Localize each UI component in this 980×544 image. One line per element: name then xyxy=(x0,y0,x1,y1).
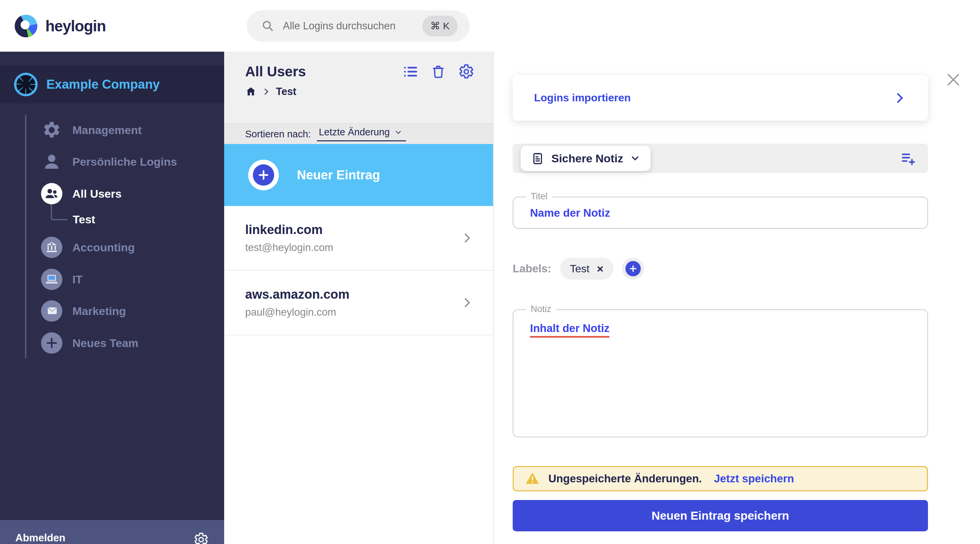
unsaved-changes-text: Ungespeicherte Änderungen. xyxy=(548,472,702,485)
labels-label: Labels: xyxy=(513,262,551,275)
topbar: heylogin Alle Logins durchsuchen ⌘ K xyxy=(0,0,980,52)
sort-dropdown[interactable]: Letzte Änderung xyxy=(317,127,406,141)
trash-icon[interactable] xyxy=(430,63,446,80)
company-switcher[interactable]: Example Company xyxy=(0,66,224,103)
laptop-icon xyxy=(41,269,62,290)
login-username: test@heylogin.com xyxy=(245,242,333,254)
chevron-down-icon xyxy=(630,153,640,164)
sort-value: Letzte Änderung xyxy=(319,127,390,138)
sidebar-item-label: Accounting xyxy=(72,241,135,254)
sort-label: Sortieren nach: xyxy=(245,128,311,140)
add-entry-button[interactable] xyxy=(248,160,279,190)
company-avatar xyxy=(14,73,38,96)
sidebar-item-label: Management xyxy=(72,124,142,137)
sidebar-footer: Abmelden xyxy=(0,520,224,544)
remove-label-icon[interactable]: × xyxy=(597,263,603,274)
login-list-item[interactable]: aws.amazon.com paul@heylogin.com xyxy=(224,271,493,335)
import-logins-label: Logins importieren xyxy=(534,92,631,104)
close-icon[interactable] xyxy=(945,71,962,88)
gear-icon xyxy=(41,119,62,141)
sidebar-item-label: Marketing xyxy=(72,305,126,318)
sidebar-item-it[interactable]: IT xyxy=(0,263,224,295)
note-field-legend: Notiz xyxy=(526,304,556,314)
login-username: paul@heylogin.com xyxy=(245,306,350,318)
title-field[interactable]: Titel Name der Notiz xyxy=(513,197,928,229)
note-field[interactable]: Notiz Inhalt der Notiz xyxy=(513,309,928,437)
title-field-legend: Titel xyxy=(526,191,552,201)
sidebar: Example Company Management Persönliche L… xyxy=(0,52,224,544)
company-name: Example Company xyxy=(46,77,160,92)
labels-row: Labels: Test × xyxy=(513,258,644,280)
sort-bar: Sortieren nach: Letzte Änderung xyxy=(224,123,493,144)
label-chip-text: Test xyxy=(570,263,590,275)
settings-gear-icon[interactable] xyxy=(458,63,474,80)
envelope-icon xyxy=(41,300,62,322)
note-field-value[interactable]: Inhalt der Notiz xyxy=(530,322,609,338)
heylogin-app: heylogin Alle Logins durchsuchen ⌘ K Exa… xyxy=(0,0,980,544)
breadcrumb-current[interactable]: Test xyxy=(276,86,296,98)
search-input[interactable]: Alle Logins durchsuchen ⌘ K xyxy=(247,10,470,42)
search-icon xyxy=(261,20,274,32)
settings-gear-icon[interactable] xyxy=(194,532,209,544)
login-list-item[interactable]: linkedin.com test@heylogin.com xyxy=(224,206,493,271)
sidebar-item-personal-logins[interactable]: Persönliche Logins xyxy=(0,146,224,178)
login-title: aws.amazon.com xyxy=(245,287,350,302)
sidebar-item-marketing[interactable]: Marketing xyxy=(0,295,224,327)
warning-icon xyxy=(525,471,540,486)
login-title: linkedin.com xyxy=(245,223,333,237)
entry-type-value: Sichere Notiz xyxy=(551,152,623,165)
keyboard-shortcut-badge: ⌘ K xyxy=(422,16,458,36)
save-entry-button[interactable]: Neuen Eintrag speichern xyxy=(513,500,928,531)
sidebar-item-test[interactable]: Test xyxy=(0,206,224,233)
breadcrumb: Test xyxy=(245,86,493,98)
people-icon xyxy=(41,183,62,205)
sidebar-item-label: Neues Team xyxy=(72,337,138,350)
sidebar-item-new-team[interactable]: Neues Team xyxy=(0,327,224,359)
heylogin-logo-icon xyxy=(15,15,37,37)
new-entry-row[interactable]: Neuer Eintrag xyxy=(224,144,493,206)
sidebar-item-management[interactable]: Management xyxy=(0,114,224,146)
logo-text: heylogin xyxy=(45,17,106,35)
chevron-right-icon xyxy=(262,87,270,96)
list-panel: All Users Test Sortieren nach: Letzte Än… xyxy=(224,52,494,544)
chevron-right-icon xyxy=(460,296,474,309)
page-title: All Users xyxy=(245,63,306,80)
unsaved-changes-banner: Ungespeicherte Änderungen. Jetzt speiche… xyxy=(513,466,928,491)
chevron-right-icon xyxy=(460,232,474,245)
playlist-add-icon[interactable] xyxy=(900,150,916,167)
sidebar-item-label: Persönliche Logins xyxy=(72,155,177,168)
plus-icon xyxy=(253,164,274,186)
sidebar-item-label: All Users xyxy=(72,187,121,200)
secure-note-icon xyxy=(531,151,545,165)
bank-icon xyxy=(41,237,62,258)
brand: heylogin xyxy=(15,15,215,37)
sidebar-item-accounting[interactable]: Accounting xyxy=(0,232,224,263)
import-logins-card[interactable]: Logins importieren xyxy=(513,75,928,121)
detail-panel: Logins importieren Sichere Notiz Titel N… xyxy=(494,52,980,544)
home-icon[interactable] xyxy=(245,86,256,97)
save-now-link[interactable]: Jetzt speichern xyxy=(714,472,794,485)
sidebar-item-all-users[interactable]: All Users xyxy=(0,178,224,210)
add-label-button[interactable] xyxy=(622,258,644,280)
label-chip[interactable]: Test × xyxy=(560,258,614,280)
logout-button[interactable]: Abmelden xyxy=(15,532,65,544)
person-icon xyxy=(41,151,62,172)
sidebar-subitem-label: Test xyxy=(73,213,95,226)
new-entry-label: Neuer Eintrag xyxy=(297,168,380,182)
plus-icon xyxy=(41,332,62,354)
chevron-right-icon xyxy=(892,91,907,105)
chevron-down-icon xyxy=(394,128,402,137)
entry-type-strip: Sichere Notiz xyxy=(513,144,928,173)
sidebar-item-label: IT xyxy=(72,273,83,286)
list-panel-header: All Users Test xyxy=(224,52,493,123)
plus-icon xyxy=(625,261,641,276)
search-placeholder: Alle Logins durchsuchen xyxy=(283,20,422,32)
title-field-value[interactable]: Name der Notiz xyxy=(530,207,610,219)
list-view-icon[interactable] xyxy=(402,63,418,80)
entry-type-dropdown[interactable]: Sichere Notiz xyxy=(521,146,651,171)
